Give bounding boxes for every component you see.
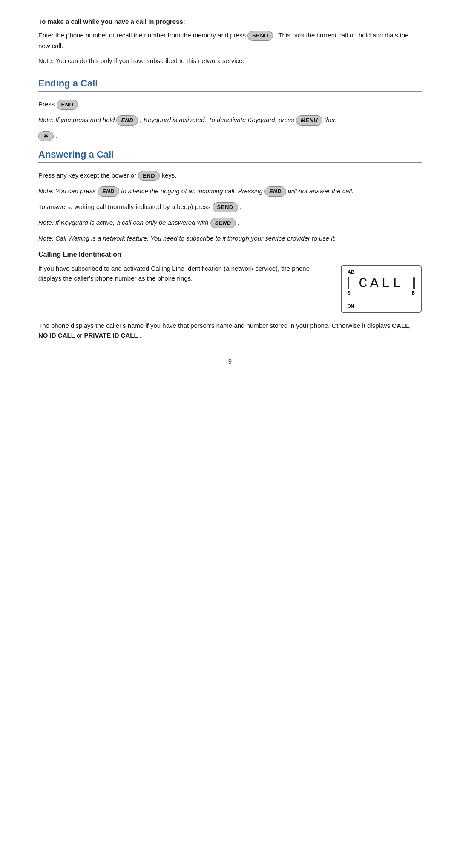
ending-call-heading: Ending a Call [38,78,422,89]
end-button-4: END [98,186,119,197]
calling-line-or: or [77,332,82,339]
intro-section: To make a call while you have a call in … [38,17,422,66]
phone-call-display: CALL [356,275,406,292]
phone-on-label: ON [348,304,354,309]
answering-call-heading: Answering a Call [38,149,422,160]
send-button-3: SEND [210,218,236,228]
answering-body1-pre: Press any key except the power or [38,172,136,179]
calling-line-body2-post: . [140,332,141,339]
answering-call-section: Answering a Call Press any key except th… [38,149,422,243]
calling-line-section: Calling Line Identification If you have … [38,251,422,341]
answering-note3: Note: Call Waiting is a network feature.… [38,233,422,243]
intro-body1: Enter the phone number or recall the num… [38,30,422,51]
answering-body1-post: keys. [161,172,176,179]
ending-body1-post: . [80,100,82,108]
ending-note-mid: , Keyguard is activated. To deactivate K… [140,116,294,123]
answering-note1-pre: Note: You can press [38,187,96,195]
answering-body2-post: . [240,203,242,210]
calling-line-body2: The phone displays the caller's name if … [38,321,422,341]
phone-s-label: S [348,291,351,295]
phone-display: AB S CALL B ON [341,265,422,313]
intro-heading: To make a call while you have a call in … [38,17,422,26]
left-signal-bar [348,277,349,289]
intro-body1-pre: Enter the phone number or recall the num… [38,32,246,39]
ending-note-pre: Note: If you press and hold [38,116,115,123]
ending-body1: Press END . [38,99,422,110]
ending-call-divider [38,91,422,92]
answering-note1: Note: You can press END to silence the r… [38,186,422,197]
end-button-5: END [264,186,286,197]
send-button-2: SEND [213,202,238,212]
page-number: 9 [38,358,422,365]
answering-body2-pre: To answer a waiting call (normally indic… [38,203,210,210]
answering-body2: To answer a waiting call (normally indic… [38,202,422,212]
send-button-intro: SEND [247,31,273,41]
menu-button: MENU [296,115,322,126]
ending-note-then: then [324,116,336,123]
calling-line-body2-pre: The phone displays the caller's name if … [38,322,390,329]
end-button-1: END [57,100,78,110]
star-button: ✱ [38,131,54,141]
intro-body2: Note: You can do this only if you have s… [38,56,422,66]
ending-body1-pre: Press [38,100,55,108]
end-button-2: END [116,115,138,126]
answering-call-divider [38,162,422,163]
answering-note1-mid: to silence the ringing of an incoming ca… [121,187,263,195]
calling-line-bold2: NO ID CALL [38,332,75,339]
calling-line-content: If you have subscribed to and activated … [38,264,422,313]
phone-b-label: B [412,291,415,295]
answering-note1-post: will not answer the call. [288,187,354,195]
answering-note2: Note: If Keyguard is active, a call can … [38,218,422,228]
calling-line-bold3: PRIVATE ID CALL [84,332,138,339]
calling-line-subheading: Calling Line Identification [38,251,422,258]
phone-ab-label: AB [348,269,354,275]
calling-line-body1: If you have subscribed to and activated … [38,264,328,284]
right-signal-bar [413,277,415,289]
calling-line-bold1: CALL [392,322,409,329]
answering-body1: Press any key except the power or END ke… [38,170,422,181]
answering-note2-post: . [238,219,239,226]
phone-call-text: CALL [359,275,404,292]
ending-dot: . [55,132,57,139]
end-button-3: END [138,171,160,181]
ending-star-row: ✱ . [38,131,422,141]
calling-line-comma1: , [409,322,411,329]
ending-note: Note: If you press and hold END , Keygua… [38,115,422,126]
ending-call-section: Ending a Call Press END . Note: If you p… [38,78,422,141]
answering-note2-text: Note: If Keyguard is active, a call can … [38,219,208,226]
